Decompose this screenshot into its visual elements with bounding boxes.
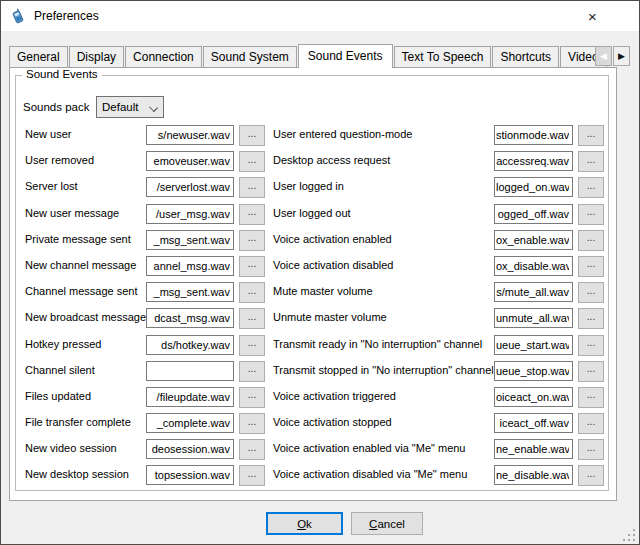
sound-event-row: User logged in ...: [273, 175, 605, 201]
cancel-button[interactable]: Cancel: [351, 512, 423, 535]
close-button[interactable]: ×: [570, 1, 615, 31]
sound-event-label: Voice activation disabled: [273, 259, 393, 271]
sound-file-input[interactable]: [146, 387, 234, 407]
sound-file-input[interactable]: [494, 282, 573, 302]
sound-file-input[interactable]: [146, 204, 234, 224]
sound-file-input[interactable]: [146, 256, 234, 276]
browse-button[interactable]: ...: [239, 387, 265, 408]
sound-file-input[interactable]: [494, 387, 573, 407]
sound-event-label: User logged out: [273, 207, 351, 219]
browse-button[interactable]: ...: [239, 177, 265, 198]
browse-button[interactable]: ...: [239, 151, 265, 172]
browse-button[interactable]: ...: [239, 465, 265, 486]
browse-button[interactable]: ...: [578, 465, 604, 486]
ok-button[interactable]: Ok: [266, 512, 343, 535]
sound-event-row: Voice activation disabled ...: [273, 254, 605, 280]
sound-file-input[interactable]: [494, 465, 573, 485]
sound-event-row: Voice activation enabled via "Me" menu .…: [273, 437, 605, 463]
sounds-pack-select[interactable]: Default: [96, 96, 164, 118]
tab-sound-system[interactable]: Sound System: [203, 46, 297, 68]
tab-scroll-right-icon[interactable]: ▶: [613, 46, 630, 66]
sound-event-label: Mute master volume: [273, 285, 373, 297]
browse-button[interactable]: ...: [578, 387, 604, 408]
browse-button[interactable]: ...: [578, 230, 604, 251]
sound-file-input[interactable]: [146, 308, 234, 328]
browse-button[interactable]: ...: [239, 361, 265, 382]
browse-button[interactable]: ...: [578, 335, 604, 356]
sound-file-input[interactable]: [146, 151, 234, 171]
tab-connection[interactable]: Connection: [125, 46, 202, 68]
sound-file-input[interactable]: [146, 230, 234, 250]
sound-event-row: Transmit stopped in "No interruption" ch…: [273, 359, 605, 385]
sound-event-row: File transfer complete ...: [25, 411, 265, 437]
tab-shortcuts[interactable]: Shortcuts: [492, 46, 559, 68]
sound-file-input[interactable]: [494, 151, 573, 171]
sound-event-row: Server lost ...: [25, 175, 265, 201]
sound-file-input[interactable]: [494, 204, 573, 224]
browse-button[interactable]: ...: [239, 125, 265, 146]
resize-grip[interactable]: [623, 528, 636, 541]
sound-file-input[interactable]: [494, 413, 573, 433]
sound-file-input[interactable]: [494, 361, 573, 381]
groupbox-title: Sound Events: [22, 68, 102, 80]
sound-event-row: Files updated ...: [25, 385, 265, 411]
sound-file-input[interactable]: [494, 256, 573, 276]
tab-display[interactable]: Display: [69, 46, 124, 68]
sound-event-label: Voice activation stopped: [273, 416, 392, 428]
browse-button[interactable]: ...: [239, 230, 265, 251]
sound-file-input[interactable]: [494, 230, 573, 250]
tab-scroll-left-icon[interactable]: ◀: [595, 46, 612, 66]
browse-button[interactable]: ...: [239, 413, 265, 434]
sound-event-row: New desktop session ...: [25, 463, 265, 489]
sound-event-label: Transmit stopped in "No interruption" ch…: [273, 364, 494, 376]
sound-event-label: User logged in: [273, 180, 344, 192]
sound-events-column-right: User entered question-mode ... Desktop a…: [273, 123, 605, 490]
sound-event-row: Channel silent ...: [25, 359, 265, 385]
sound-event-row: Hotkey pressed ...: [25, 333, 265, 359]
sound-file-input[interactable]: [146, 439, 234, 459]
sound-file-input[interactable]: [494, 308, 573, 328]
sound-events-column-left: New user ... User removed ... Server los…: [25, 123, 265, 490]
sound-event-label: File transfer complete: [25, 416, 131, 428]
sound-event-row: User logged out ...: [273, 202, 605, 228]
browse-button[interactable]: ...: [578, 308, 604, 329]
browse-button[interactable]: ...: [239, 439, 265, 460]
sound-event-label: New user message: [25, 207, 119, 219]
sound-file-input[interactable]: [146, 465, 234, 485]
titlebar[interactable]: Preferences ×: [1, 1, 639, 31]
sound-event-row: New broadcast message ...: [25, 306, 265, 332]
sound-file-input[interactable]: [146, 177, 234, 197]
sound-file-input[interactable]: [494, 439, 573, 459]
browse-button[interactable]: ...: [239, 335, 265, 356]
browse-button[interactable]: ...: [239, 204, 265, 225]
sound-event-row: User removed ...: [25, 149, 265, 175]
tab-text-to-speech[interactable]: Text To Speech: [394, 46, 492, 68]
browse-button[interactable]: ...: [239, 282, 265, 303]
browse-button[interactable]: ...: [578, 282, 604, 303]
sound-event-row: New user ...: [25, 123, 265, 149]
sound-event-row: User entered question-mode ...: [273, 123, 605, 149]
sound-file-input[interactable]: [146, 335, 234, 355]
sound-event-label: Channel message sent: [25, 285, 138, 297]
sound-file-input[interactable]: [494, 125, 573, 145]
browse-button[interactable]: ...: [578, 256, 604, 277]
sound-file-input[interactable]: [146, 282, 234, 302]
tab-general[interactable]: General: [9, 46, 68, 68]
browse-button[interactable]: ...: [239, 256, 265, 277]
sound-file-input[interactable]: [146, 361, 234, 381]
browse-button[interactable]: ...: [578, 151, 604, 172]
tab-sound-events[interactable]: Sound Events: [298, 44, 393, 68]
ok-button-mnemonic: O: [297, 518, 306, 530]
sound-file-input[interactable]: [146, 413, 234, 433]
browse-button[interactable]: ...: [578, 413, 604, 434]
browse-button[interactable]: ...: [578, 204, 604, 225]
browse-button[interactable]: ...: [578, 125, 604, 146]
browse-button[interactable]: ...: [239, 308, 265, 329]
sound-file-input[interactable]: [146, 125, 234, 145]
browse-button[interactable]: ...: [578, 439, 604, 460]
sound-event-label: Desktop access request: [273, 154, 390, 166]
browse-button[interactable]: ...: [578, 361, 604, 382]
browse-button[interactable]: ...: [578, 177, 604, 198]
sound-file-input[interactable]: [494, 335, 573, 355]
sound-file-input[interactable]: [494, 177, 573, 197]
